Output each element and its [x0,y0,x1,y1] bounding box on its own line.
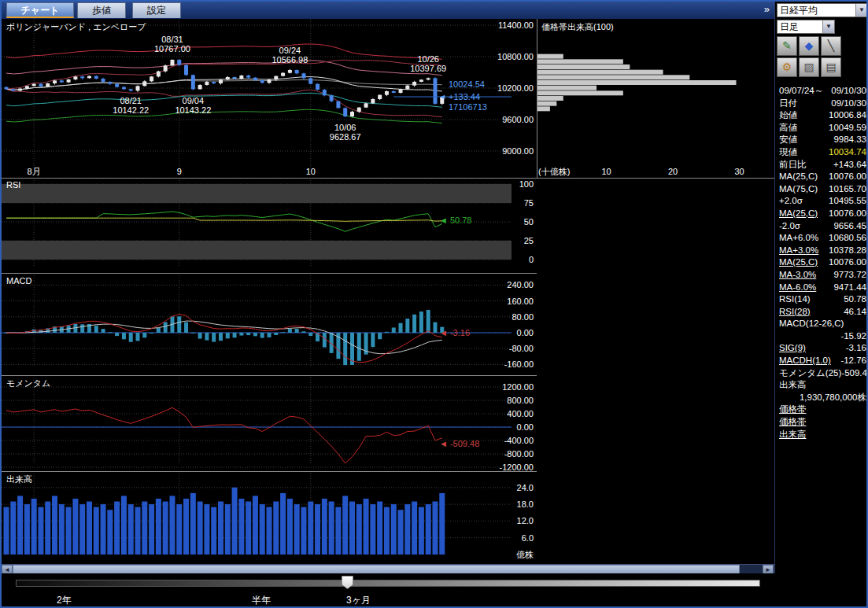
macd-panel[interactable]: 240.00160.0080.000.00-80.00-160.00◄ -3.1… [2,273,537,375]
svg-text:75: 75 [524,198,534,208]
quote-row-label: 現値 [779,146,797,159]
quote-row-value: 09/10/30 [831,98,866,110]
quote-row-label[interactable]: 価格帯 [779,416,807,429]
quote-row-label: MA+6.0% [779,232,818,245]
overlay-lines [6,44,442,123]
quote-row-label: MACD(12-26,C) [779,318,844,330]
price-chart-panel[interactable]: 11400.0010800.0010200.009600.009000.008月… [2,19,537,178]
quote-row-label[interactable]: MA(25,C) [779,208,818,220]
quote-row-label[interactable]: MA-6.0% [779,282,816,294]
quote-row: MACDH(1.0)-12.76 [775,355,868,367]
panel-divider [2,273,537,274]
svg-text:08/21: 08/21 [120,96,142,105]
pencil-tool-icon[interactable]: ✎ [777,36,797,56]
quote-row-label[interactable]: MA-3.0% [779,269,816,282]
quote-row-value: 10034.74 [829,146,866,159]
range-label-6m[interactable]: 半年 [252,594,271,607]
quote-row-label[interactable]: SIG(9) [779,342,806,355]
svg-text:モメンタム: モメンタム [6,378,50,388]
interval-select[interactable]: 日足 ▼ [777,20,835,34]
horizontal-scrollbar[interactable]: ◄ ► [2,564,774,573]
tab-tick[interactable]: 歩値 [77,2,126,18]
tab-chart[interactable]: チャート [6,2,74,18]
quote-row: 価格帯 [775,403,868,416]
quote-row: 1,930,780,000株 [775,392,868,404]
quote-row: MA-6.0%9471.44 [775,282,868,294]
chevron-down-icon[interactable]: ▼ [855,4,867,17]
quote-row-value: 10076.00 [829,208,866,220]
svg-text:◄ -3.16: ◄ -3.16 [439,328,470,337]
svg-text:25: 25 [524,236,534,245]
quote-row: 高値10049.59 [775,122,868,134]
svg-text:09/24: 09/24 [279,46,301,55]
quote-row: -15.92 [775,330,868,343]
quote-row: 始値10006.84 [775,109,868,122]
svg-text:◄: ◄ [439,93,446,101]
quote-row: MA(75,C)10165.70 [775,183,868,196]
quote-row-value: 9656.45 [833,220,866,233]
svg-text:10397.69: 10397.69 [410,64,446,73]
svg-text:8月: 8月 [28,167,41,176]
line-tool-icon[interactable]: ╲ [821,36,841,56]
quote-row: 安値9984.33 [775,134,868,146]
volume-panel[interactable]: 24.018.012.06.0億株出来高 [2,471,537,564]
quote-row-value: 10680.56 [829,232,866,245]
quote-row-label: モメンタム(25) [779,367,841,380]
quote-row-label: MA(75,C) [779,183,818,196]
svg-text:億株: 億株 [516,550,534,559]
svg-text:9: 9 [177,167,182,176]
quote-row-label: 出来高 [779,379,807,392]
quote-row-label[interactable]: MA(25,C) [779,256,818,269]
quote-row: SIG(9)-3.16 [775,342,868,355]
svg-text:10/06: 10/06 [334,123,356,132]
quote-row-label[interactable]: MA+3.0% [779,245,818,257]
quote-row-label: 前日比 [779,159,807,171]
svg-text:6.0: 6.0 [522,533,534,543]
range-label-3m[interactable]: 3ヶ月 [346,594,371,607]
quote-row: RSI(14)50.78 [775,293,868,306]
svg-text:10566.98: 10566.98 [271,55,308,64]
quote-row: MA-3.0%9773.72 [775,269,868,282]
quote-row: MA(25,C)10076.00 [775,256,868,269]
quote-row-label: 安値 [779,134,797,146]
quote-row-value: 10049.59 [829,122,866,134]
interval-select-value: 日足 [778,20,822,34]
svg-text:-80.00: -80.00 [509,344,534,353]
svg-text:10024.54: 10024.54 [449,79,485,89]
svg-text:10: 10 [306,167,316,176]
rsi-panel[interactable]: 1007550250◄ 50.78RSI [2,178,537,273]
quote-rows: 09/07/24～09/10/30日付09/10/30始値10006.84高値1… [775,85,868,440]
eraser-tool-icon[interactable]: ▨ [799,57,819,77]
panel-divider [2,178,774,179]
quote-row-label[interactable]: RSI(28) [779,306,811,319]
print-tool-icon[interactable]: ▤ [821,57,841,77]
quote-row: MACD(12-26,C) [775,318,868,330]
quote-row-value: -509.48 [841,367,868,380]
quote-row-label[interactable]: 価格帯 [779,403,807,416]
svg-text:出来高: 出来高 [6,474,32,484]
chevron-down-icon[interactable]: ▼ [822,20,834,33]
range-slider-handle[interactable] [342,576,353,589]
settings-tool-icon[interactable]: ⚙ [777,57,797,77]
momentum-panel[interactable]: 1200.00800.00400.000.00-400.00-800.00-12… [2,375,537,471]
svg-text:400.00: 400.00 [507,409,534,418]
expand-icon[interactable]: » [764,3,770,15]
quote-row-label: MA(25,C) [779,171,818,183]
tab-settings[interactable]: 設定 [132,2,181,18]
quote-row-label[interactable]: 出来高 [779,429,807,441]
svg-text:20: 20 [668,167,678,176]
quote-row-label[interactable]: MACDH(1.0) [779,355,831,367]
svg-text:10200.00: 10200.00 [497,83,534,93]
quote-row-value: 10165.70 [829,183,866,196]
range-label-2y[interactable]: 2年 [57,594,72,607]
marker-tool-icon[interactable]: ◆ [799,36,819,56]
quote-row-label: 09/07/24～ [779,85,823,98]
quote-row: RSI(28)46.14 [775,306,868,319]
svg-text:10/26: 10/26 [417,54,439,64]
quote-row: MA+3.0%10378.28 [775,245,868,257]
price-volume-panel[interactable]: 価格帯出来高(100)(十億株)102030 [537,19,774,178]
quote-row-value: 1,930,780,000株 [800,392,866,404]
range-slider-track[interactable] [16,580,760,587]
symbol-select[interactable]: 日経平均 ▼ [777,3,868,17]
svg-text:-1200.00: -1200.00 [500,462,534,471]
